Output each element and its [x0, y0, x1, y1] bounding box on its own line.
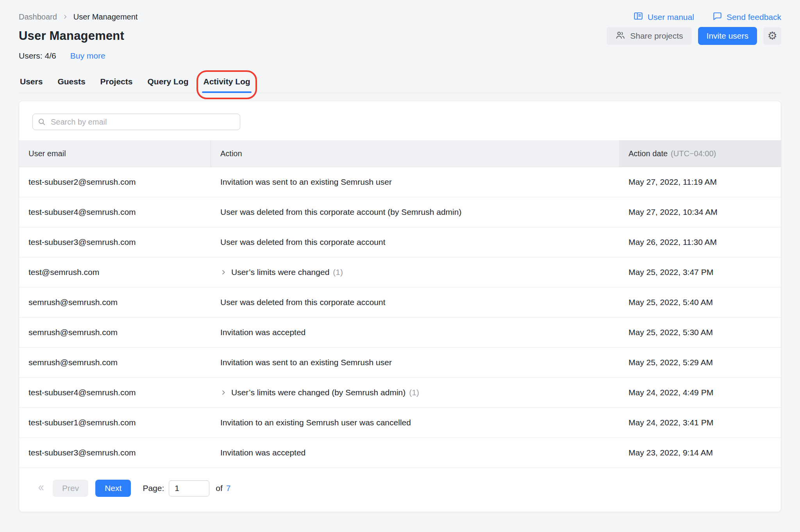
- table-row: semrush@semrush.com Invitation was accep…: [19, 318, 781, 348]
- row-email: semrush@semrush.com: [19, 287, 211, 317]
- row-action-text: Invitation was accepted: [220, 328, 305, 337]
- tab-users[interactable]: Users: [19, 73, 44, 93]
- page-input[interactable]: [169, 480, 209, 496]
- expand-row-button[interactable]: [220, 389, 227, 396]
- user-manual-label: User manual: [648, 12, 694, 22]
- tab-projects[interactable]: Projects: [99, 73, 134, 93]
- search-icon: [38, 118, 46, 126]
- tab-guests[interactable]: Guests: [56, 73, 86, 93]
- title-row: User Management Share projects Invite us…: [19, 27, 781, 45]
- row-email: semrush@semrush.com: [19, 348, 211, 377]
- row-action: User’s limits were changed (by Semrush a…: [211, 378, 619, 407]
- page-label: Page:: [143, 484, 164, 493]
- row-email: test-subuser3@semrush.com: [19, 438, 211, 468]
- row-action: Invitation was sent to an existing Semru…: [211, 167, 619, 197]
- row-action-text: User’s limits were changed (by Semrush a…: [231, 388, 405, 397]
- table-row: test-subuser3@semrush.com Invitation was…: [19, 438, 781, 468]
- row-action: Invitation was accepted: [211, 438, 619, 468]
- table-body: test-subuser2@semrush.com Invitation was…: [19, 167, 781, 468]
- row-action-text: Invitation was sent to an existing Semru…: [220, 358, 392, 367]
- row-action-text: User was deleted from this corporate acc…: [220, 207, 461, 217]
- search-box: [32, 114, 240, 130]
- total-pages-link[interactable]: 7: [226, 484, 231, 493]
- expand-row-button[interactable]: [220, 269, 227, 275]
- prev-button[interactable]: Prev: [53, 480, 88, 497]
- breadcrumb-separator-icon: [62, 12, 68, 21]
- top-links: User manual Send feedback: [633, 11, 781, 23]
- table-row: test-subuser1@semrush.com Invitation to …: [19, 408, 781, 438]
- activity-table: User email Action Action date (UTC−04:00…: [19, 140, 781, 468]
- header-actions: Share projects Invite users ⚙: [607, 27, 781, 45]
- users-count: Users: 4/6: [19, 51, 56, 61]
- activity-log-card: User email Action Action date (UTC−04:00…: [19, 101, 781, 512]
- row-email: test@semrush.com: [19, 257, 211, 287]
- action-date-label: Action date: [629, 149, 668, 158]
- row-action-text: User was deleted from this corporate acc…: [220, 298, 386, 307]
- table-header: User email Action Action date (UTC−04:00…: [19, 140, 781, 167]
- row-action-text: Invitation to an existing Semrush user w…: [220, 418, 411, 427]
- settings-button[interactable]: ⚙: [763, 27, 781, 45]
- table-row: test-subuser4@semrush.com User was delet…: [19, 197, 781, 227]
- column-header-action-date[interactable]: Action date (UTC−04:00): [619, 140, 781, 167]
- row-action: User was deleted from this corporate acc…: [211, 227, 619, 257]
- page: Dashboard User Management User manual: [0, 0, 800, 512]
- send-feedback-link[interactable]: Send feedback: [712, 11, 781, 23]
- row-date: May 24, 2022, 3:41 PM: [619, 408, 781, 437]
- of-label: of: [216, 484, 223, 493]
- tab-activity-log[interactable]: Activity Log: [202, 73, 251, 93]
- row-action-text: User was deleted from this corporate acc…: [220, 237, 386, 247]
- timezone-label: (UTC−04:00): [671, 149, 716, 158]
- manual-book-icon: [633, 11, 643, 23]
- feedback-chat-icon: [712, 11, 722, 23]
- share-projects-button[interactable]: Share projects: [607, 27, 691, 45]
- row-action-count: (1): [333, 268, 343, 277]
- row-action-text: Invitation was sent to an existing Semru…: [220, 177, 392, 187]
- table-row: semrush@semrush.com User was deleted fro…: [19, 287, 781, 318]
- first-page-button[interactable]: [32, 480, 50, 497]
- row-date: May 25, 2022, 5:30 AM: [619, 318, 781, 347]
- next-button[interactable]: Next: [95, 480, 131, 497]
- row-action: User’s limits were changed (1): [211, 257, 619, 287]
- row-action: User was deleted from this corporate acc…: [211, 287, 619, 317]
- row-action: Invitation was accepted: [211, 318, 619, 347]
- column-header-email: User email: [19, 140, 211, 167]
- invite-users-button[interactable]: Invite users: [698, 27, 757, 45]
- users-row: Users: 4/6 Buy more: [19, 51, 781, 61]
- user-manual-link[interactable]: User manual: [633, 11, 694, 23]
- row-action-count: (1): [409, 388, 419, 397]
- row-email: test-subuser1@semrush.com: [19, 408, 211, 437]
- table-row: test-subuser2@semrush.com Invitation was…: [19, 167, 781, 197]
- row-action-text: Invitation was accepted: [220, 448, 305, 457]
- row-date: May 27, 2022, 10:34 AM: [619, 197, 781, 227]
- column-header-action: Action: [211, 140, 619, 167]
- row-date: May 24, 2022, 4:49 PM: [619, 378, 781, 407]
- breadcrumb: Dashboard User Management: [19, 12, 138, 21]
- gear-icon: ⚙: [767, 30, 777, 41]
- row-email: test-subuser2@semrush.com: [19, 167, 211, 197]
- pagination: Prev Next Page: of 7: [19, 468, 781, 512]
- tab-query-log[interactable]: Query Log: [146, 73, 189, 93]
- people-icon: [615, 30, 625, 42]
- tabs: UsersGuestsProjectsQuery LogActivity Log: [19, 73, 781, 93]
- row-action-text: User’s limits were changed: [231, 268, 329, 277]
- buy-more-link[interactable]: Buy more: [70, 51, 105, 61]
- row-date: May 25, 2022, 3:47 PM: [619, 257, 781, 287]
- page-title: User Management: [19, 29, 124, 43]
- table-row: semrush@semrush.com Invitation was sent …: [19, 348, 781, 378]
- share-projects-label: Share projects: [630, 31, 683, 41]
- row-action: Invitation to an existing Semrush user w…: [211, 408, 619, 437]
- double-chevron-left-icon: [37, 484, 45, 493]
- table-row: test-subuser3@semrush.com User was delet…: [19, 227, 781, 257]
- row-email: test-subuser3@semrush.com: [19, 227, 211, 257]
- row-action: User was deleted from this corporate acc…: [211, 197, 619, 227]
- row-email: semrush@semrush.com: [19, 318, 211, 347]
- row-date: May 26, 2022, 11:30 AM: [619, 227, 781, 257]
- row-date: May 23, 2022, 9:14 AM: [619, 438, 781, 468]
- search-input[interactable]: [32, 114, 240, 130]
- topbar: Dashboard User Management User manual: [19, 0, 781, 23]
- breadcrumb-dashboard[interactable]: Dashboard: [19, 12, 57, 21]
- row-date: May 25, 2022, 5:29 AM: [619, 348, 781, 377]
- row-action: Invitation was sent to an existing Semru…: [211, 348, 619, 377]
- table-row: test@semrush.com User’s limits were chan…: [19, 257, 781, 287]
- table-row: test-subuser4@semrush.com User’s limits …: [19, 378, 781, 408]
